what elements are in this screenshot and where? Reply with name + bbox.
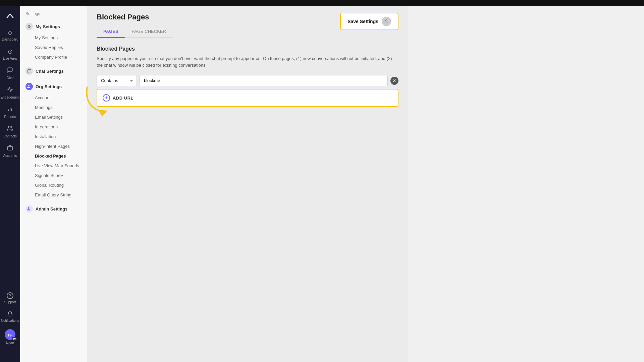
settings-section-header-my-settings[interactable]: ⚙ My Settings [20, 20, 87, 33]
nav-item-accounts[interactable]: Accounts [0, 142, 20, 160]
org-settings-icon [25, 83, 33, 90]
tab-pages[interactable]: PAGES [97, 25, 125, 38]
settings-section-header-org-settings[interactable]: Org Settings [20, 80, 87, 93]
header-left: Blocked Pages PAGES PAGE CHECKER [97, 13, 173, 38]
add-url-icon: + [103, 94, 110, 102]
settings-section-chat-settings: Chat Settings [20, 65, 87, 77]
svg-point-5 [28, 85, 30, 86]
my-settings-label: My Settings [36, 24, 60, 29]
main-header: Blocked Pages PAGES PAGE CHECKER Save Se… [87, 6, 408, 38]
nav-item-chat[interactable]: Chat [0, 64, 20, 82]
nav-label-reports: Reports [4, 115, 16, 119]
sidebar-item-saved-replies[interactable]: Saved Replies [20, 43, 87, 52]
sidebar-item-installation[interactable]: Installation [20, 132, 87, 141]
nav-label-engagement: Engagement [1, 96, 20, 99]
remove-url-button[interactable]: ✕ [390, 77, 398, 85]
my-settings-icon: ⚙ [25, 23, 33, 30]
chat-settings-icon [25, 67, 33, 75]
settings-section-header-admin-settings[interactable]: Admin Settings [20, 202, 87, 215]
sidebar-item-email-query-string[interactable]: Email Query String [20, 190, 87, 200]
nav-item-engagement[interactable]: Engagement [0, 84, 20, 102]
settings-sidebar-title: Settings [20, 11, 87, 20]
collapse-icon: ‹ [9, 352, 10, 355]
nav-item-support[interactable]: ? Support [0, 290, 20, 307]
icon-nav: ◇ Dashboard ⊙ Live View Chat Engagement [0, 6, 20, 362]
nav-label-contacts: Contacts [3, 134, 16, 138]
chat-settings-label: Chat Settings [36, 69, 64, 74]
notifications-icon [7, 311, 13, 317]
avatar: g. 10 [5, 329, 15, 340]
settings-section-header-chat-settings[interactable]: Chat Settings [20, 65, 87, 77]
tab-page-checker[interactable]: PAGE CHECKER [125, 25, 173, 38]
sidebar-item-global-routing[interactable]: Global Routing [20, 180, 87, 190]
nav-item-contacts[interactable]: Contacts [0, 123, 20, 141]
nav-label-chat: Chat [6, 76, 13, 80]
condition-select[interactable]: Contains Equals Starts With Ends With [97, 75, 137, 86]
sidebar-item-account[interactable]: Account [20, 93, 87, 103]
nav-item-reports[interactable]: Reports [0, 103, 20, 121]
nav-label-dashboard: Dashboard [2, 38, 18, 41]
svg-point-7 [386, 20, 387, 21]
admin-settings-label: Admin Settings [36, 206, 67, 212]
avatar-badge: 10 [12, 337, 17, 341]
dashboard-icon: ◇ [8, 29, 12, 36]
sidebar-item-my-settings[interactable]: My Settings [20, 33, 87, 43]
save-settings-button[interactable]: Save Settings [340, 13, 398, 30]
sidebar-item-email-settings[interactable]: Email Settings [20, 112, 87, 122]
section-title: Blocked Pages [97, 46, 398, 52]
sidebar-item-high-intent-pages[interactable]: High-Intent Pages [20, 141, 87, 151]
sidebar-item-company-profile[interactable]: Company Profile [20, 52, 87, 62]
reports-icon [7, 106, 13, 114]
nav-label-user: Ngan [6, 341, 14, 345]
engagement-icon [7, 86, 13, 94]
nav-item-dashboard[interactable]: ◇ Dashboard [0, 26, 20, 44]
chat-icon [7, 67, 13, 75]
settings-sidebar: Settings ⚙ My Settings My Settings Saved… [20, 6, 87, 362]
nav-label-live-view: Live View [3, 57, 17, 60]
sidebar-item-signals-score[interactable]: Signals Score• [20, 171, 87, 180]
sidebar-item-blocked-pages[interactable]: Blocked Pages [20, 151, 87, 161]
main-content: Blocked Pages PAGES PAGE CHECKER Save Se… [87, 6, 408, 362]
org-settings-label: Org Settings [36, 84, 62, 89]
accounts-icon [7, 145, 13, 153]
live-view-icon: ⊙ [8, 48, 13, 55]
nav-item-live-view[interactable]: ⊙ Live View [0, 45, 20, 63]
nav-collapse[interactable]: ‹ [0, 349, 20, 358]
sidebar-item-live-view-map-sounds[interactable]: Live View Map Sounds [20, 161, 87, 171]
settings-section-admin-settings: Admin Settings [20, 202, 87, 215]
nav-label-notifications: Notifications [1, 319, 19, 322]
svg-point-6 [28, 207, 30, 209]
nav-item-user[interactable]: g. 10 Ngan [0, 326, 20, 348]
add-url-row[interactable]: + ADD URL [97, 89, 398, 107]
admin-settings-icon [25, 205, 33, 213]
svg-rect-4 [8, 146, 13, 150]
save-settings-icon [382, 17, 391, 26]
sidebar-item-meetings[interactable]: Meetings [20, 103, 87, 112]
settings-section-org-settings: Org Settings Account Meetings Email Sett… [20, 80, 87, 200]
save-settings-label: Save Settings [347, 19, 378, 24]
signals-score-badge: • [62, 173, 63, 178]
settings-section-my-settings: ⚙ My Settings My Settings Saved Replies … [20, 20, 87, 62]
url-input[interactable] [140, 75, 388, 86]
section-desc: Specify any pages on your site that you … [97, 55, 398, 68]
nav-label-support: Support [4, 300, 16, 304]
support-icon: ? [7, 292, 13, 299]
contacts-icon [7, 125, 13, 133]
sidebar-item-integrations[interactable]: Integrations [20, 122, 87, 132]
url-row-0: Contains Equals Starts With Ends With ✕ [97, 75, 398, 86]
nav-label-accounts: Accounts [3, 154, 17, 158]
logo[interactable] [4, 10, 16, 22]
add-url-label: ADD URL [113, 96, 133, 101]
tabs: PAGES PAGE CHECKER [97, 25, 173, 38]
content-body: Blocked Pages Specify any pages on your … [87, 38, 408, 362]
page-title: Blocked Pages [97, 13, 173, 21]
nav-bottom: ? Support Notifications g. 10 Ngan [0, 290, 20, 358]
nav-item-notifications[interactable]: Notifications [0, 308, 20, 325]
svg-point-3 [8, 126, 10, 128]
